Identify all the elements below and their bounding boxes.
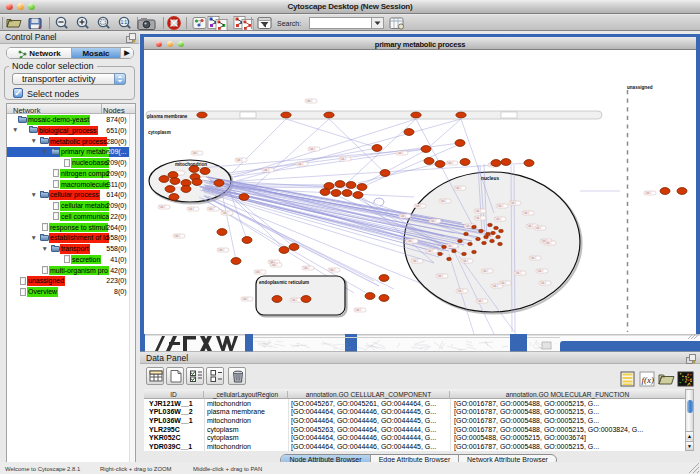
svg-text:lab-l: lab-l (476, 209, 482, 213)
svg-text:lab-l: lab-l (438, 274, 444, 278)
svg-text:lab-l: lab-l (398, 151, 404, 155)
svg-text:lab-l: lab-l (264, 168, 270, 172)
svg-text:nucleus: nucleus (481, 176, 499, 181)
svg-text:lab-l: lab-l (298, 162, 304, 166)
svg-text:Search:: Search: (277, 20, 301, 27)
svg-text:lab-l: lab-l (456, 186, 462, 190)
svg-text:lab-l: lab-l (341, 157, 347, 161)
svg-text:lab-l: lab-l (428, 249, 434, 253)
svg-text:lab-l: lab-l (541, 281, 547, 285)
svg-text:lab-l: lab-l (307, 99, 313, 103)
svg-text:lab-l: lab-l (193, 151, 199, 155)
svg-text:lab-l: lab-l (458, 289, 464, 293)
svg-text:lab-l: lab-l (646, 191, 652, 195)
svg-text:lab-l: lab-l (256, 270, 262, 274)
svg-text:lab-l: lab-l (501, 281, 507, 285)
svg-text:lab-l: lab-l (160, 205, 166, 209)
svg-text:endoplasmic reticulum: endoplasmic reticulum (259, 280, 309, 285)
svg-text:lab-l: lab-l (476, 216, 482, 220)
svg-text:lab-l: lab-l (538, 269, 544, 273)
svg-text:lab-l: lab-l (243, 297, 249, 301)
svg-text:lab-l: lab-l (401, 214, 407, 218)
svg-text:lab-l: lab-l (493, 284, 499, 288)
svg-text:lab-l: lab-l (498, 204, 504, 208)
svg-text:mitochondrion: mitochondrion (175, 162, 207, 167)
svg-text:lab-l: lab-l (478, 299, 484, 303)
svg-text:lab-l: lab-l (330, 268, 336, 272)
svg-text:lab-l: lab-l (496, 217, 502, 221)
svg-text:lab-l: lab-l (536, 226, 542, 230)
svg-text:f(x): f(x) (642, 375, 655, 385)
svg-text:lab-l: lab-l (310, 147, 316, 151)
svg-text:lab-l: lab-l (524, 211, 530, 215)
svg-text:lab-l: lab-l (546, 241, 552, 245)
svg-text:lab-l: lab-l (304, 266, 310, 270)
svg-text:lab-l: lab-l (516, 271, 522, 275)
svg-text:lab-l: lab-l (237, 158, 243, 162)
svg-text:lab-l: lab-l (441, 199, 447, 203)
svg-text:lab-l: lab-l (531, 256, 537, 260)
svg-text:lab-l: lab-l (356, 308, 362, 312)
svg-text:lab-l: lab-l (408, 239, 414, 243)
svg-text:cytoplasm: cytoplasm (148, 130, 171, 135)
svg-text:lab-l: lab-l (272, 263, 278, 267)
svg-text:lab-l: lab-l (448, 244, 454, 248)
svg-text:lab-l: lab-l (413, 259, 419, 263)
svg-text:lab-l: lab-l (448, 161, 454, 165)
svg-text:plasma membrane: plasma membrane (147, 114, 188, 119)
svg-text:lab-l: lab-l (431, 219, 437, 223)
svg-text:lab-l: lab-l (219, 248, 225, 252)
svg-text:1:1: 1:1 (121, 20, 128, 25)
svg-text:lab-l: lab-l (209, 207, 215, 211)
svg-text:lab-l: lab-l (466, 224, 472, 228)
svg-text:lab-l: lab-l (175, 234, 181, 238)
svg-text:lab-l: lab-l (223, 211, 229, 215)
svg-text:lab-l: lab-l (292, 298, 298, 302)
svg-text:lab-l: lab-l (511, 201, 517, 205)
svg-text:lab-l: lab-l (483, 269, 489, 273)
svg-text:lab-l: lab-l (416, 204, 422, 208)
svg-text:lab-l: lab-l (189, 207, 195, 211)
svg-text:unassigned: unassigned (627, 85, 653, 90)
svg-text:lab-l: lab-l (463, 259, 469, 263)
svg-text:lab-l: lab-l (528, 224, 534, 228)
